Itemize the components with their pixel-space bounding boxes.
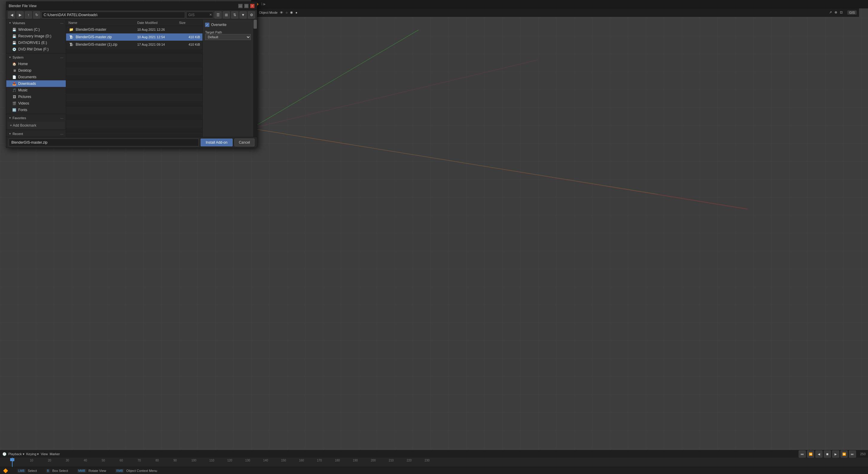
- sidebar-item-label: DATADRIVE1 (E:): [18, 41, 47, 45]
- system-section-header[interactable]: ▼ System —: [6, 54, 66, 61]
- tick-140: 140: [263, 459, 268, 462]
- file-row-empty: [66, 81, 203, 88]
- dialog-body: ▼ Volumes — 💾 Windows (C:) 💾 Recovery Im…: [6, 20, 257, 137]
- tick-120: 120: [227, 459, 232, 462]
- scrollbar[interactable]: [253, 20, 257, 137]
- dialog-titlebar: Blender File View — □ ✕: [6, 2, 257, 10]
- target-path-select[interactable]: Default: [205, 34, 251, 40]
- sidebar-item-datadrive-e[interactable]: 💾 DATADRIVE1 (E:): [6, 39, 66, 46]
- file-size: 410 KiB: [179, 35, 200, 39]
- tick-1: 1: [12, 459, 14, 462]
- overwrite-checkbox[interactable]: ✓: [205, 23, 209, 27]
- file-row-empty: [66, 121, 203, 127]
- play-button[interactable]: ▶: [832, 450, 839, 458]
- jump-start-button[interactable]: ⏮: [799, 450, 806, 458]
- favorites-section-header[interactable]: ▼ Favorites —: [6, 115, 66, 121]
- sidebar-item-label: Windows (C:): [18, 28, 40, 32]
- view-grid-button[interactable]: ⊞: [223, 11, 230, 19]
- column-size-header[interactable]: Size: [179, 21, 200, 25]
- search-input[interactable]: [188, 13, 208, 17]
- viewport-gis-label: GIS: [847, 10, 857, 14]
- jump-end-button[interactable]: ⏭: [849, 450, 856, 458]
- tick-220: 220: [407, 459, 412, 462]
- view-list-button[interactable]: ☰: [214, 11, 222, 19]
- sidebar-item-music[interactable]: 🎵 Music: [6, 87, 66, 94]
- sidebar-item-videos[interactable]: 🎬 Videos: [6, 100, 66, 107]
- sidebar-item-dvd-f[interactable]: 💿 DVD RW Drive (F:): [6, 46, 66, 53]
- sidebar-item-windows-c[interactable]: 💾 Windows (C:): [6, 26, 66, 33]
- cancel-button[interactable]: Cancel: [235, 139, 254, 146]
- sidebar-item-downloads[interactable]: 📥 Downloads: [6, 80, 66, 87]
- file-row-empty: [66, 68, 203, 75]
- sidebar-item-fonts[interactable]: 🔤 Fonts: [6, 107, 66, 113]
- volumes-collapse-button[interactable]: —: [60, 22, 63, 25]
- system-collapse-button[interactable]: —: [60, 56, 63, 59]
- favorites-collapse-button[interactable]: —: [60, 116, 63, 120]
- search-clear-button[interactable]: ✕: [209, 13, 212, 17]
- scrollbar-thumb[interactable]: [253, 20, 257, 29]
- maximize-button[interactable]: □: [244, 4, 248, 8]
- close-button[interactable]: ✕: [250, 4, 254, 8]
- sort-button[interactable]: ⇅: [231, 11, 238, 19]
- column-modified-header[interactable]: Date Modified: [137, 21, 179, 25]
- zip-icon: 🗜: [68, 42, 74, 47]
- parent-dir-button[interactable]: ↑: [25, 11, 32, 19]
- playback-controls: ⏮ ⏪ ◀ ⏹ ▶ ⏩ ⏭: [799, 450, 856, 458]
- column-name-header[interactable]: Name: [68, 21, 137, 25]
- marker-dropdown[interactable]: Marker: [50, 452, 60, 456]
- keying-dropdown[interactable]: Keying ▾: [26, 452, 39, 456]
- favorites-arrow-icon: ▼: [9, 116, 11, 120]
- filter-button[interactable]: ▼: [240, 11, 247, 19]
- tick-180: 180: [335, 459, 340, 462]
- path-input[interactable]: [41, 12, 185, 18]
- sidebar-item-label: Documents: [18, 75, 36, 79]
- folder-icon: 📁: [68, 27, 74, 32]
- view-dropdown[interactable]: View: [41, 452, 48, 456]
- playback-dropdown[interactable]: Playback ▾: [8, 452, 25, 456]
- file-row-empty: [66, 62, 203, 68]
- sidebar-item-desktop[interactable]: 🖥 Desktop: [6, 67, 66, 74]
- prev-frame-button[interactable]: ⏪: [807, 450, 814, 458]
- tick-210: 210: [389, 459, 394, 462]
- timeline-numbers[interactable]: 1 1 10 20 30 40 50 60 70 80 90 100 110 1…: [0, 458, 868, 467]
- minimize-button[interactable]: —: [238, 4, 243, 8]
- play-reverse-button[interactable]: ◀: [815, 450, 823, 458]
- install-addon-button[interactable]: Install Add-on: [200, 139, 232, 146]
- recent-section-header[interactable]: ▼ Recent —: [6, 131, 66, 137]
- rotate-key-icon: MMB: [77, 469, 86, 473]
- tick-110: 110: [209, 459, 214, 462]
- tick-10: 10: [30, 459, 33, 462]
- file-row-empty: [66, 127, 203, 134]
- next-frame-button[interactable]: ⏩: [840, 450, 848, 458]
- zip-icon: 🗜: [68, 34, 74, 40]
- filename-input[interactable]: [9, 139, 199, 146]
- sidebar-item-label: Music: [18, 88, 28, 92]
- volumes-section-header[interactable]: ▼ Volumes —: [6, 20, 66, 26]
- forward-button[interactable]: ▶: [17, 11, 24, 19]
- sidebar-item-documents[interactable]: 📄 Documents: [6, 74, 66, 80]
- back-button[interactable]: ◀: [8, 11, 15, 19]
- sidebar-item-recovery-d[interactable]: 💾 Recovery Image (D:): [6, 33, 66, 39]
- sidebar-item-pictures[interactable]: 🖼 Pictures: [6, 94, 66, 100]
- recent-collapse-button[interactable]: —: [60, 132, 63, 136]
- settings-button[interactable]: ⚙: [248, 11, 255, 19]
- status-bar: 🔶 LMB Select B Box Select MMB Rotate Vie…: [0, 467, 868, 474]
- tick-90: 90: [174, 459, 177, 462]
- tick-60: 60: [120, 459, 123, 462]
- sidebar-item-home[interactable]: 🏠 Home: [6, 61, 66, 67]
- search-box: ✕: [186, 12, 213, 18]
- refresh-button[interactable]: ↻: [33, 11, 40, 19]
- file-row-empty: [66, 88, 203, 94]
- dialog-toolbar: ◀ ▶ ↑ ↻ ✕ ☰ ⊞ ⇅ ▼ ⚙: [6, 10, 257, 20]
- file-row-blendergis-folder[interactable]: 📁 BlenderGIS-master 10 Aug 2021 12:26: [66, 26, 203, 33]
- stop-button[interactable]: ⏹: [824, 450, 831, 458]
- overwrite-label: Overwrite: [211, 23, 226, 27]
- file-row-blendergis-zip[interactable]: 🗜 BlenderGIS-master.zip 10 Aug 2021 12:5…: [66, 33, 203, 41]
- file-row-blendergis-zip-1[interactable]: 🗜 BlenderGIS-master (1).zip 17 Aug 2021 …: [66, 41, 203, 48]
- sidebar: ▼ Volumes — 💾 Windows (C:) 💾 Recovery Im…: [6, 20, 66, 137]
- fonts-icon: 🔤: [12, 108, 17, 112]
- add-bookmark-button[interactable]: + Add Bookmark: [7, 122, 65, 129]
- tick-100: 100: [191, 459, 196, 462]
- viewport-mode-label: Object Mode: [259, 11, 277, 14]
- tick-190: 190: [353, 459, 358, 462]
